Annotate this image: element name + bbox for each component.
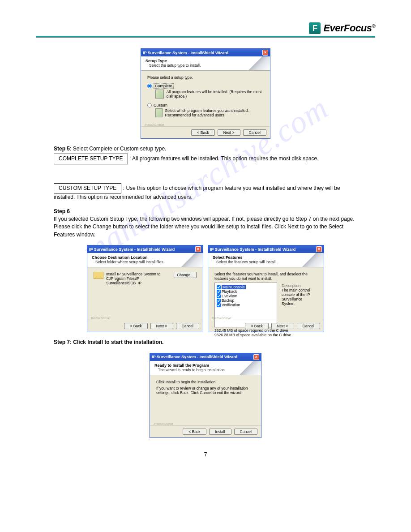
ready-install-dialog: IP Surveillance System - InstallShield W…: [150, 353, 261, 438]
feature-item: LiveView: [222, 294, 237, 298]
select-features-dialog: IP Surveillance System - InstallShield W…: [208, 245, 324, 332]
page-number: 7: [36, 451, 375, 458]
header-graphic: [248, 56, 270, 70]
next-button[interactable]: Next >: [271, 323, 294, 329]
window-title: IP Surveillance System - InstallShield W…: [210, 247, 295, 252]
cancel-button[interactable]: Cancel: [243, 129, 266, 136]
back-button[interactable]: < Back: [124, 323, 147, 329]
complete-setup-box: COMPLETE SETUP TYPE: [54, 154, 128, 164]
features-prompt: Select the features you want to install,…: [214, 272, 317, 281]
brand-name: EverFocus®: [323, 22, 375, 34]
back-button[interactable]: < Back: [245, 323, 268, 329]
complete-label: Complete: [154, 83, 174, 89]
header-graphic: [239, 361, 261, 375]
custom-desc: Select which program features you want i…: [165, 108, 264, 117]
installshield-label: InstallShield: [145, 123, 164, 127]
cancel-button[interactable]: Cancel: [297, 323, 320, 329]
header-graphic: [180, 253, 203, 267]
description-text: The main control console of the IP Surve…: [282, 288, 316, 306]
close-icon[interactable]: ×: [195, 246, 201, 252]
brand-header: F EverFocus®: [36, 22, 375, 34]
feature-item: Verification: [222, 303, 240, 307]
back-button[interactable]: < Back: [191, 129, 214, 136]
install-button[interactable]: Install: [209, 429, 231, 435]
feature-checkbox[interactable]: [217, 294, 221, 298]
step6-heading: Step 6: [54, 208, 70, 215]
step7-heading: Step 7: Click Install to start the insta…: [54, 339, 163, 345]
feature-checkbox[interactable]: [217, 303, 221, 307]
next-button[interactable]: Next >: [150, 323, 173, 329]
close-icon[interactable]: ×: [253, 354, 259, 360]
setup-prompt: Please select a setup type.: [147, 75, 264, 80]
header-graphic: [301, 253, 324, 267]
install-to-label: Install IP Surveillance System to:: [106, 272, 174, 276]
custom-label: Custom: [154, 103, 167, 107]
feature-checkbox[interactable]: [217, 290, 221, 294]
window-title: IP Surveillance System - InstallShield W…: [143, 51, 228, 55]
back-button[interactable]: < Back: [183, 429, 206, 435]
change-button[interactable]: Change...: [174, 272, 197, 278]
complete-radio[interactable]: [147, 84, 152, 88]
complete-desc: All program features will be installed. …: [167, 90, 264, 99]
step5-heading: Step 5: Select Complete or Custom setup …: [54, 145, 357, 153]
feature-checkbox[interactable]: [217, 299, 221, 303]
cancel-button[interactable]: Cancel: [234, 429, 257, 435]
ready-line1: Click Install to begin the installation.: [156, 380, 255, 384]
complete-setup-body: : All program features will be installed…: [129, 155, 319, 162]
space-available: 9626.28 MB of space available on the C d…: [214, 333, 317, 337]
setup-custom-icon: [155, 108, 163, 117]
destination-dialog: IP Surveillance System - InstallShield W…: [87, 245, 203, 332]
custom-setup-box: CUSTOM SETUP TYPE: [54, 183, 121, 193]
setup-type-dialog: IP Surveillance System - InstallShield W…: [141, 48, 270, 139]
header-divider: [36, 36, 375, 38]
feature-item: MainConsole: [222, 285, 246, 289]
step6-body: If you selected Custom Setup Type, the f…: [54, 215, 357, 239]
window-title: IP Surveillance System - InstallShield W…: [152, 355, 237, 359]
cancel-button[interactable]: Cancel: [176, 323, 199, 329]
titlebar: IP Surveillance System - InstallShield W…: [141, 49, 270, 56]
window-title: IP Surveillance System - InstallShield W…: [89, 247, 175, 252]
feature-checkbox[interactable]: [217, 285, 221, 289]
folder-icon: [94, 272, 103, 279]
custom-radio[interactable]: [147, 103, 152, 107]
registered-icon: ®: [372, 23, 375, 29]
close-icon[interactable]: ×: [316, 246, 322, 252]
setup-complete-icon: [155, 90, 164, 99]
next-button[interactable]: Next >: [218, 129, 240, 136]
install-path: C:\Program Files\IP Surveillance\SCB_IP: [106, 276, 174, 285]
feature-item: Playback: [222, 289, 237, 294]
ready-line2: If you want to review or change any of y…: [156, 386, 255, 395]
brand-name-text: EverFocus: [323, 22, 372, 34]
close-icon[interactable]: ×: [262, 50, 268, 56]
everfocus-logo-icon: F: [309, 22, 321, 34]
feature-item: Backup: [222, 298, 234, 303]
description-title: Description: [282, 283, 316, 288]
